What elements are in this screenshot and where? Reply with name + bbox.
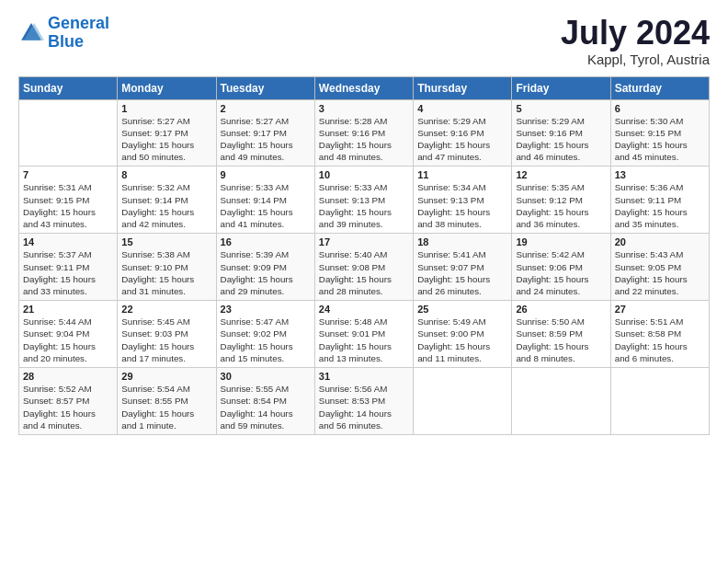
cell-w4-d5: 25Sunrise: 5:49 AM Sunset: 9:00 PM Dayli… [414,301,512,368]
cell-w1-d6: 5Sunrise: 5:29 AM Sunset: 9:16 PM Daylig… [512,99,610,167]
day-number: 20 [615,236,705,247]
cell-w1-d5: 4Sunrise: 5:29 AM Sunset: 9:16 PM Daylig… [414,99,512,167]
day-info: Sunrise: 5:54 AM Sunset: 8:55 PM Dayligh… [121,383,211,431]
day-number: 29 [121,371,211,382]
week-row-5: 28Sunrise: 5:52 AM Sunset: 8:57 PM Dayli… [19,368,710,435]
day-info: Sunrise: 5:56 AM Sunset: 8:53 PM Dayligh… [319,383,409,431]
day-number: 24 [319,304,409,315]
cell-w5-d3: 30Sunrise: 5:55 AM Sunset: 8:54 PM Dayli… [216,368,314,435]
cell-w5-d4: 31Sunrise: 5:56 AM Sunset: 8:53 PM Dayli… [314,368,413,435]
cell-w5-d2: 29Sunrise: 5:54 AM Sunset: 8:55 PM Dayli… [118,368,216,435]
cell-w3-d5: 18Sunrise: 5:41 AM Sunset: 9:07 PM Dayli… [414,234,512,301]
day-info: Sunrise: 5:29 AM Sunset: 9:16 PM Dayligh… [417,115,507,164]
day-number: 12 [516,169,606,180]
cell-w1-d3: 2Sunrise: 5:27 AM Sunset: 9:17 PM Daylig… [216,99,314,167]
day-number: 11 [417,169,507,180]
week-row-1: 1Sunrise: 5:27 AM Sunset: 9:17 PM Daylig… [19,99,710,167]
cell-w2-d4: 10Sunrise: 5:33 AM Sunset: 9:13 PM Dayli… [314,167,413,234]
cell-w3-d1: 14Sunrise: 5:37 AM Sunset: 9:11 PM Dayli… [19,234,118,301]
day-number: 10 [319,169,409,180]
day-number: 21 [23,304,113,315]
week-row-3: 14Sunrise: 5:37 AM Sunset: 9:11 PM Dayli… [19,234,710,301]
col-monday: Monday [118,76,216,99]
day-number: 19 [516,236,606,247]
cell-w3-d2: 15Sunrise: 5:38 AM Sunset: 9:10 PM Dayli… [118,234,216,301]
day-number: 28 [23,371,113,382]
day-info: Sunrise: 5:30 AM Sunset: 9:15 PM Dayligh… [615,115,705,164]
subtitle: Kappl, Tyrol, Austria [561,52,710,67]
day-number: 4 [417,103,507,114]
day-info: Sunrise: 5:29 AM Sunset: 9:16 PM Dayligh… [516,115,606,164]
day-info: Sunrise: 5:35 AM Sunset: 9:12 PM Dayligh… [516,181,606,230]
day-info: Sunrise: 5:32 AM Sunset: 9:14 PM Dayligh… [121,181,211,230]
day-number: 31 [319,371,409,382]
col-friday: Friday [512,76,610,99]
page: General Blue July 2024 Kappl, Tyrol, Aus… [0,0,728,444]
cell-w2-d2: 8Sunrise: 5:32 AM Sunset: 9:14 PM Daylig… [118,167,216,234]
day-number: 13 [615,169,705,180]
day-info: Sunrise: 5:44 AM Sunset: 9:04 PM Dayligh… [23,316,113,364]
day-number: 9 [221,169,311,180]
week-row-4: 21Sunrise: 5:44 AM Sunset: 9:04 PM Dayli… [19,301,710,368]
logo-line2: Blue [48,32,84,51]
main-title: July 2024 [561,15,710,52]
logo-text: General Blue [48,15,109,52]
day-number: 23 [221,304,311,315]
col-wednesday: Wednesday [314,76,413,99]
day-info: Sunrise: 5:47 AM Sunset: 9:02 PM Dayligh… [221,316,311,364]
header: General Blue July 2024 Kappl, Tyrol, Aus… [18,15,710,67]
calendar-table: Sunday Monday Tuesday Wednesday Thursday… [18,76,710,435]
col-thursday: Thursday [414,76,512,99]
cell-w3-d7: 20Sunrise: 5:43 AM Sunset: 9:05 PM Dayli… [610,234,709,301]
cell-w3-d6: 19Sunrise: 5:42 AM Sunset: 9:06 PM Dayli… [512,234,610,301]
cell-w4-d7: 27Sunrise: 5:51 AM Sunset: 8:58 PM Dayli… [610,301,709,368]
col-saturday: Saturday [610,76,709,99]
cell-w1-d1 [19,99,118,167]
day-number: 18 [417,236,507,247]
day-info: Sunrise: 5:40 AM Sunset: 9:08 PM Dayligh… [319,248,409,297]
day-number: 25 [417,304,507,315]
day-number: 1 [121,103,211,114]
day-number: 15 [121,236,211,247]
cell-w2-d1: 7Sunrise: 5:31 AM Sunset: 9:15 PM Daylig… [19,167,118,234]
day-number: 2 [221,103,311,114]
calendar-body: 1Sunrise: 5:27 AM Sunset: 9:17 PM Daylig… [19,99,710,434]
col-sunday: Sunday [19,76,118,99]
cell-w4-d2: 22Sunrise: 5:45 AM Sunset: 9:03 PM Dayli… [118,301,216,368]
cell-w1-d7: 6Sunrise: 5:30 AM Sunset: 9:15 PM Daylig… [610,99,709,167]
day-number: 22 [121,304,211,315]
cell-w1-d2: 1Sunrise: 5:27 AM Sunset: 9:17 PM Daylig… [118,99,216,167]
day-info: Sunrise: 5:55 AM Sunset: 8:54 PM Dayligh… [221,383,311,431]
cell-w4-d6: 26Sunrise: 5:50 AM Sunset: 8:59 PM Dayli… [512,301,610,368]
cell-w4-d3: 23Sunrise: 5:47 AM Sunset: 9:02 PM Dayli… [216,301,314,368]
day-number: 16 [221,236,311,247]
cell-w3-d3: 16Sunrise: 5:39 AM Sunset: 9:09 PM Dayli… [216,234,314,301]
day-info: Sunrise: 5:42 AM Sunset: 9:06 PM Dayligh… [516,248,606,297]
day-info: Sunrise: 5:51 AM Sunset: 8:58 PM Dayligh… [615,316,705,364]
day-info: Sunrise: 5:36 AM Sunset: 9:11 PM Dayligh… [615,181,705,230]
day-number: 3 [319,103,409,114]
cell-w5-d6 [512,368,610,435]
cell-w5-d7 [610,368,709,435]
day-info: Sunrise: 5:52 AM Sunset: 8:57 PM Dayligh… [23,383,113,431]
day-info: Sunrise: 5:38 AM Sunset: 9:10 PM Dayligh… [121,248,211,297]
day-info: Sunrise: 5:45 AM Sunset: 9:03 PM Dayligh… [121,316,211,364]
cell-w1-d4: 3Sunrise: 5:28 AM Sunset: 9:16 PM Daylig… [314,99,413,167]
header-row: Sunday Monday Tuesday Wednesday Thursday… [19,76,710,99]
day-number: 8 [121,169,211,180]
cell-w3-d4: 17Sunrise: 5:40 AM Sunset: 9:08 PM Dayli… [314,234,413,301]
day-number: 6 [615,103,705,114]
day-info: Sunrise: 5:27 AM Sunset: 9:17 PM Dayligh… [121,115,211,164]
logo-line1: General [48,14,109,32]
day-info: Sunrise: 5:43 AM Sunset: 9:05 PM Dayligh… [615,248,705,297]
cell-w4-d1: 21Sunrise: 5:44 AM Sunset: 9:04 PM Dayli… [19,301,118,368]
day-number: 5 [516,103,606,114]
day-info: Sunrise: 5:48 AM Sunset: 9:01 PM Dayligh… [319,316,409,364]
cell-w4-d4: 24Sunrise: 5:48 AM Sunset: 9:01 PM Dayli… [314,301,413,368]
title-block: July 2024 Kappl, Tyrol, Austria [561,15,710,67]
day-number: 17 [319,236,409,247]
day-number: 26 [516,304,606,315]
day-info: Sunrise: 5:31 AM Sunset: 9:15 PM Dayligh… [23,181,113,230]
day-number: 30 [221,371,311,382]
day-number: 27 [615,304,705,315]
